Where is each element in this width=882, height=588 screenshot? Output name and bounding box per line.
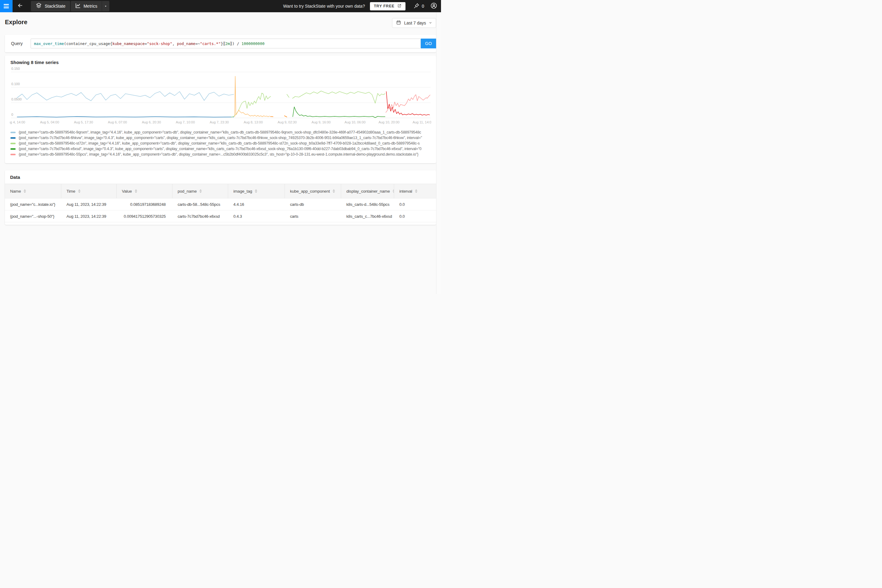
- query-token: =: [144, 41, 147, 46]
- navbar-right: Want to try StackState with your own dat…: [283, 2, 441, 10]
- column-header-pod_name[interactable]: pod_name: [172, 184, 228, 198]
- line-chart-icon: [75, 3, 81, 9]
- table-row[interactable]: {pod_name="...-shop-50"}Aug 11, 2023, 14…: [5, 210, 436, 222]
- table-body: {pod_name="c...kstate.io"}Aug 11, 2023, …: [5, 198, 436, 222]
- sort-icon: [333, 189, 335, 193]
- query-token: ): [232, 41, 235, 46]
- column-label: display_container_name: [346, 189, 390, 194]
- svg-text:Aug 5, 04:00: Aug 5, 04:00: [40, 120, 59, 124]
- back-arrow-icon: [17, 3, 23, 10]
- scrollbar[interactable]: [436, 12, 441, 294]
- query-token: =~: [195, 41, 200, 46]
- query-token: /: [235, 41, 242, 46]
- column-header-value[interactable]: Value: [117, 184, 172, 198]
- pin-icon: [413, 3, 420, 10]
- nav-tab-stackstate-label: StackState: [45, 4, 66, 9]
- table-cell: Aug 11, 2023, 14:22:39: [61, 198, 117, 210]
- legend-item[interactable]: {pod_name="carts-db-588979548c-9qnxm", i…: [10, 129, 431, 135]
- query-token: {: [110, 41, 112, 46]
- column-label: Time: [66, 189, 75, 194]
- legend-item[interactable]: {pod_name="carts-db-588979548c-55pcs", i…: [10, 152, 431, 157]
- table-cell: {pod_name="c...kstate.io"}: [5, 198, 61, 210]
- query-input[interactable]: max_over_time(container_cpu_usage{kube_n…: [31, 39, 421, 48]
- table-cell: k8s_carts-d...548c-55pcs: [341, 198, 394, 210]
- column-label: pod_name: [178, 189, 196, 194]
- chart-title: Showing 8 time series: [10, 60, 431, 65]
- query-token: ,: [172, 41, 177, 46]
- nav-tab-metrics[interactable]: Metrics: [71, 1, 102, 11]
- legend-label: {pod_name="carts-db-588979548c-55pcs", i…: [19, 152, 418, 156]
- page-title: Explore: [5, 19, 27, 26]
- legend-item[interactable]: {pod_name="carts-7c7bd7bc46-6hkvw", imag…: [10, 135, 431, 141]
- query-token: pod_name: [177, 41, 195, 46]
- query-panel: Query max_over_time(container_cpu_usage{…: [5, 34, 436, 52]
- chart-panel: Showing 8 time series 0.1500.1000.05000A…: [5, 56, 436, 163]
- promo-text: Want to try StackState with your own dat…: [283, 4, 365, 9]
- try-free-button[interactable]: TRY FREE: [370, 2, 406, 10]
- sort-icon: [415, 189, 417, 193]
- sort-icon: [78, 189, 81, 193]
- query-token: 2m: [225, 41, 230, 46]
- query-label: Query: [11, 41, 31, 46]
- stackstate-logo-icon: [36, 3, 42, 10]
- column-label: Name: [10, 189, 21, 194]
- svg-text:0.150: 0.150: [11, 67, 20, 70]
- table-cell: 0.4.3: [228, 210, 285, 222]
- avatar-icon: [430, 2, 437, 10]
- legend-label: {pod_name="carts-7c7bd7bc46-x6xsd", imag…: [19, 147, 422, 151]
- legend-item[interactable]: {pod_name="carts-7c7bd7bc46-x6xsd", imag…: [10, 146, 431, 152]
- timeseries-chart: 0.1500.1000.05000Aug 4, 14:00Aug 5, 04:0…: [10, 66, 431, 126]
- column-header-kube_app_component[interactable]: kube_app_component: [285, 184, 341, 198]
- query-token: kube_namespace: [112, 41, 144, 46]
- time-range-selector[interactable]: Last 7 days: [392, 18, 436, 28]
- query-token: }: [221, 41, 223, 46]
- table-row[interactable]: {pod_name="c...kstate.io"}Aug 11, 2023, …: [5, 198, 436, 210]
- column-header-interval[interactable]: interval: [394, 184, 436, 198]
- go-button[interactable]: GO: [421, 39, 436, 48]
- column-label: Value: [122, 189, 132, 194]
- column-header-name[interactable]: Name: [5, 184, 61, 198]
- query-token: 1000000000: [242, 41, 264, 46]
- legend-label: {pod_name="carts-db-588979548c-9qnxm", i…: [19, 130, 421, 135]
- chart-legend: {pod_name="carts-db-588979548c-9qnxm", i…: [10, 129, 431, 157]
- query-token: ]: [230, 41, 232, 46]
- data-panel: Data NameTimeValuepod_nameimage_tagkube_…: [5, 170, 436, 225]
- hamburger-menu-button[interactable]: [0, 0, 12, 12]
- legend-swatch: [10, 132, 16, 133]
- back-button[interactable]: [14, 0, 26, 12]
- column-header-display_container_name[interactable]: display_container_name: [341, 184, 394, 198]
- svg-text:Aug 10, 20:00: Aug 10, 20:00: [378, 120, 400, 124]
- table-cell: carts-db-58...548c-55pcs: [172, 198, 228, 210]
- table-cell: 4.4.16: [228, 198, 285, 210]
- external-link-icon: [397, 4, 402, 9]
- data-title: Data: [5, 170, 436, 184]
- table-cell: 0.009417512905730325: [117, 210, 172, 222]
- pin-count: 0: [422, 4, 424, 9]
- nav-tab-metrics-label: Metrics: [84, 4, 98, 9]
- try-free-label: TRY FREE: [374, 4, 395, 8]
- sort-icon: [255, 189, 257, 193]
- metrics-dropdown-button[interactable]: [102, 1, 110, 11]
- table-cell: 0.0: [394, 198, 436, 210]
- column-header-time[interactable]: Time: [61, 184, 117, 198]
- svg-text:0: 0: [11, 113, 13, 116]
- pinned-items-button[interactable]: 0: [413, 3, 424, 10]
- column-label: kube_app_component: [290, 189, 330, 194]
- svg-text:Aug 4, 14:00: Aug 4, 14:00: [10, 120, 25, 124]
- user-avatar-button[interactable]: [430, 2, 437, 10]
- table-cell: {pod_name="...-shop-50"}: [5, 210, 61, 222]
- top-navbar: StackState Metrics Want to try StackStat…: [0, 0, 441, 12]
- nav-tab-metrics-group: Metrics: [71, 1, 110, 11]
- query-token: (: [64, 41, 66, 46]
- table-cell: Aug 11, 2023, 14:22:39: [61, 210, 117, 222]
- legend-item[interactable]: {pod_name="carts-db-588979548c-st72n", i…: [10, 141, 431, 146]
- legend-label: {pod_name="carts-db-588979548c-st72n", i…: [19, 141, 420, 146]
- legend-swatch: [10, 137, 16, 139]
- svg-text:Aug 10, 06:00: Aug 10, 06:00: [345, 120, 366, 124]
- column-header-image_tag[interactable]: image_tag: [228, 184, 285, 198]
- query-token: [: [223, 41, 225, 46]
- svg-text:Aug 9, 16:00: Aug 9, 16:00: [312, 120, 330, 124]
- legend-swatch: [10, 143, 16, 144]
- nav-tab-stackstate[interactable]: StackState: [31, 1, 70, 11]
- column-label: interval: [399, 189, 412, 194]
